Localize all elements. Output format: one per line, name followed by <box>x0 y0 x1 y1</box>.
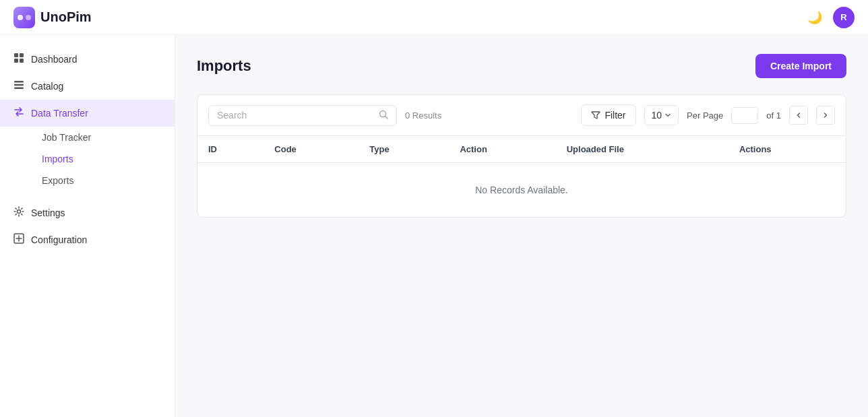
svg-rect-3 <box>14 53 18 57</box>
table-body: No Records Available. <box>197 163 846 218</box>
topbar: UnoPim 🌙 R <box>0 0 868 35</box>
sidebar-sub-item-imports[interactable]: Imports <box>34 148 175 170</box>
svg-rect-0 <box>13 7 35 28</box>
search-box <box>208 105 397 126</box>
chevron-down-icon <box>664 112 671 119</box>
logo: UnoPim <box>13 7 92 28</box>
sidebar-sub-item-exports[interactable]: Exports <box>34 170 175 191</box>
col-id: ID <box>197 136 264 163</box>
col-action: Action <box>449 136 555 163</box>
dark-mode-icon[interactable]: 🌙 <box>807 10 822 25</box>
filter-icon <box>591 110 600 120</box>
results-count: 0 Results <box>405 110 441 121</box>
svg-rect-8 <box>14 84 24 86</box>
svg-point-1 <box>18 15 23 20</box>
page-of: of 1 <box>766 110 781 121</box>
svg-rect-9 <box>14 88 24 90</box>
imports-table: ID Code Type Action Uploaded File Action… <box>197 136 846 217</box>
logo-icon <box>13 7 35 28</box>
empty-row: No Records Available. <box>197 163 846 218</box>
sidebar-item-label-data-transfer: Data Transfer <box>31 108 88 119</box>
data-transfer-icon <box>13 106 24 120</box>
sidebar-item-label-catalog: Catalog <box>31 81 63 92</box>
filter-label: Filter <box>604 110 625 121</box>
no-records-message: No Records Available. <box>197 163 846 218</box>
sidebar-item-dashboard[interactable]: Dashboard <box>0 46 175 73</box>
svg-point-10 <box>18 210 21 214</box>
search-input[interactable] <box>217 110 373 121</box>
main-layout: Dashboard Catalog Data Transfer Job Trac… <box>0 35 868 417</box>
per-page-label: Per Page <box>687 110 723 121</box>
sidebar-item-settings[interactable]: Settings <box>0 199 175 226</box>
sidebar-item-label-configuration: Configuration <box>31 234 87 245</box>
page-input[interactable]: 1 <box>731 107 758 124</box>
svg-rect-4 <box>20 53 24 57</box>
search-icon <box>379 110 388 121</box>
next-page-button[interactable] <box>816 106 835 125</box>
main-content: Imports Create Import 0 Results Filter 1… <box>175 35 868 417</box>
catalog-icon <box>13 79 24 93</box>
create-import-button[interactable]: Create Import <box>755 54 846 78</box>
page-header: Imports Create Import <box>197 54 846 78</box>
col-uploaded-file: Uploaded File <box>556 136 728 163</box>
topbar-right: 🌙 R <box>807 7 855 28</box>
sidebar-item-catalog[interactable]: Catalog <box>0 73 175 100</box>
per-page-select[interactable]: 10 <box>644 105 679 125</box>
filter-button[interactable]: Filter <box>581 104 636 126</box>
svg-rect-6 <box>20 59 24 63</box>
sidebar-item-configuration[interactable]: Configuration <box>0 226 175 253</box>
sidebar-sub-item-job-tracker[interactable]: Job Tracker <box>34 127 175 148</box>
table-wrapper: ID Code Type Action Uploaded File Action… <box>197 135 846 218</box>
dashboard-icon <box>13 53 24 66</box>
table-header: ID Code Type Action Uploaded File Action… <box>197 136 846 163</box>
svg-rect-5 <box>14 59 18 63</box>
col-actions: Actions <box>728 136 846 163</box>
avatar[interactable]: R <box>833 7 855 28</box>
app-name: UnoPim <box>40 9 92 25</box>
sidebar-item-label-dashboard: Dashboard <box>31 54 78 65</box>
svg-rect-7 <box>14 81 24 83</box>
sidebar-item-data-transfer[interactable]: Data Transfer <box>0 100 175 127</box>
sidebar: Dashboard Catalog Data Transfer Job Trac… <box>0 35 175 417</box>
col-type: Type <box>359 136 449 163</box>
col-code: Code <box>264 136 359 163</box>
toolbar: 0 Results Filter 10 Per Page 1 of 1 <box>197 94 846 135</box>
sidebar-sub-items: Job Tracker Imports Exports <box>0 127 175 191</box>
page-title: Imports <box>197 57 251 75</box>
prev-page-button[interactable] <box>789 106 808 125</box>
per-page-value: 10 <box>652 110 662 121</box>
configuration-icon <box>13 233 24 247</box>
settings-icon <box>13 206 24 220</box>
chevron-left-icon <box>795 112 802 119</box>
chevron-right-icon <box>822 112 829 119</box>
sidebar-item-label-settings: Settings <box>31 207 65 218</box>
svg-point-2 <box>26 15 31 20</box>
